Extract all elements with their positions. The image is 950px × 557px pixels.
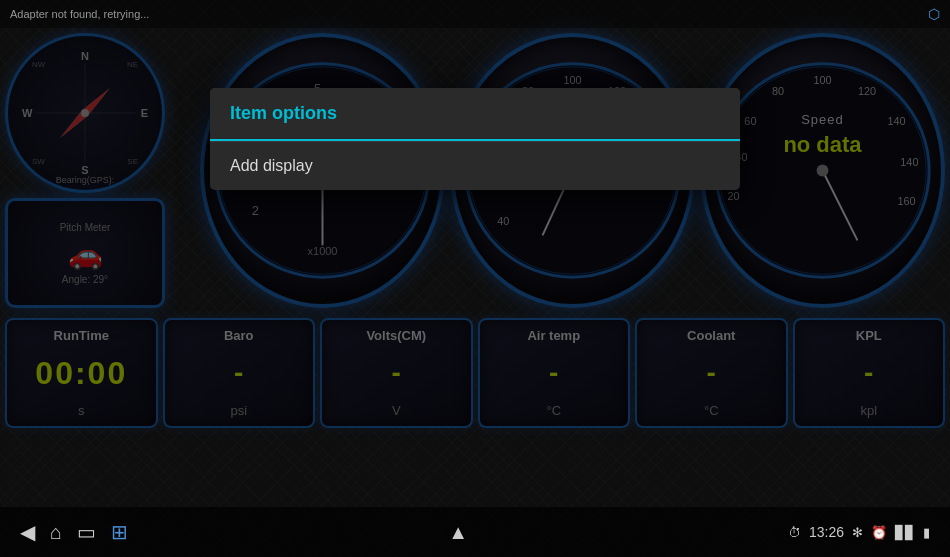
back-button[interactable]: ◀ [20,520,35,544]
recent-apps-button[interactable]: ▭ [77,520,96,544]
status-bar: Adapter not found, retrying... ⬡ [0,0,950,28]
clock-icon: ⏱ [788,525,801,540]
nav-center: ▲ [448,521,468,544]
nav-bar: ◀ ⌂ ▭ ⊞ ▲ ⏱ 13:26 ✻ ⏰ ▊▊ ▮ [0,507,950,557]
home-button[interactable]: ⌂ [50,521,62,544]
adapter-status: Adapter not found, retrying... [10,8,149,20]
bluetooth-icon: ✻ [852,525,863,540]
signal-icon: ▊▊ [895,525,915,540]
battery-icon: ▮ [923,525,930,540]
current-time: 13:26 [809,524,844,540]
add-display-item[interactable]: Add display [210,141,740,190]
nav-left: ◀ ⌂ ▭ ⊞ [20,520,128,544]
modal-title: Item options [230,103,720,124]
modal-overlay[interactable]: Item options Add display [0,28,950,507]
nav-right: ⏱ 13:26 ✻ ⏰ ▊▊ ▮ [788,524,930,540]
modal-box: Item options Add display [210,88,740,190]
grid-button[interactable]: ⊞ [111,520,128,544]
modal-header: Item options [210,88,740,141]
up-arrow-button[interactable]: ▲ [448,521,468,544]
alarm-icon: ⏰ [871,525,887,540]
bluetooth-status-icon: ⬡ [928,6,940,22]
